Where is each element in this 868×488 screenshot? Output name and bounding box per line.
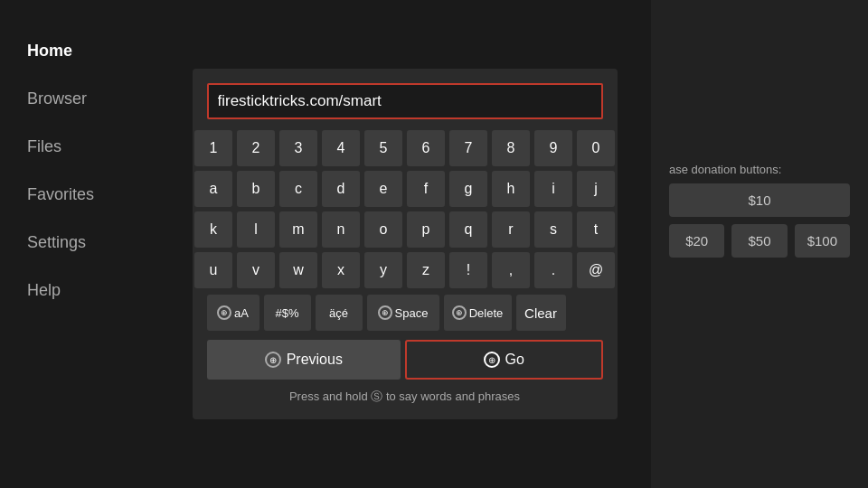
keyboard: 1 2 3 4 5 6 7 8 9 0 a b c d e f g h [207,130,603,380]
key-w[interactable]: w [279,252,317,288]
key-comma[interactable]: , [492,252,530,288]
special-row: ⊕ aA #$% äçé ⊕ Space ⊕ Delete Clear [207,295,603,331]
right-panel: ase donation buttons: $10 $20 $50 $100 [651,0,868,488]
number-row: 1 2 3 4 5 6 7 8 9 0 [207,130,603,166]
row-kt: k l m n o p q r s t [207,211,603,248]
key-g[interactable]: g [449,171,487,207]
key-caps[interactable]: ⊕ aA [207,295,259,331]
key-5[interactable]: 5 [364,130,402,166]
key-exclaim[interactable]: ! [449,252,487,288]
key-a[interactable]: a [194,171,232,207]
key-y[interactable]: y [364,252,402,288]
sidebar-item-files[interactable]: Files [0,123,158,171]
sidebar-item-settings[interactable]: Settings [0,219,158,267]
url-input[interactable] [207,83,603,119]
row-aj: a b c d e f g h i j [207,171,603,207]
key-d[interactable]: d [322,171,360,207]
amount-100[interactable]: $100 [795,224,850,258]
amount-20[interactable]: $20 [669,224,724,258]
key-j[interactable]: j [577,171,615,207]
key-6[interactable]: 6 [407,130,445,166]
key-s[interactable]: s [534,211,572,248]
url-input-container [207,83,603,119]
nav-row: ⊕ Previous ⊕ Go [207,340,603,380]
key-v[interactable]: v [237,252,275,288]
previous-button[interactable]: ⊕ Previous [207,340,401,380]
key-8[interactable]: 8 [492,130,530,166]
key-n[interactable]: n [322,211,360,248]
donation-row-2: $20 $50 $100 [669,224,850,258]
key-9[interactable]: 9 [534,130,572,166]
key-m[interactable]: m [279,211,317,248]
go-button[interactable]: ⊕ Go [405,340,603,380]
key-2[interactable]: 2 [237,130,275,166]
key-1[interactable]: 1 [194,130,232,166]
donation-row-1: $10 [669,183,850,217]
sidebar-item-home[interactable]: Home [0,27,158,75]
key-p[interactable]: p [407,211,445,248]
key-z[interactable]: z [407,252,445,288]
key-3[interactable]: 3 [279,130,317,166]
key-ace[interactable]: äçé [316,295,363,331]
amount-10[interactable]: $10 [669,183,850,217]
key-7[interactable]: 7 [449,130,487,166]
key-e[interactable]: e [364,171,402,207]
key-period[interactable]: . [534,252,572,288]
row-u-at: u v w x y z ! , . @ [207,252,603,288]
key-clear[interactable]: Clear [516,295,566,331]
keyboard-dialog: 1 2 3 4 5 6 7 8 9 0 a b c d e f g h [193,69,618,419]
key-t[interactable]: t [577,211,615,248]
amount-50[interactable]: $50 [731,224,787,258]
key-at[interactable]: @ [577,252,615,288]
sidebar-item-browser[interactable]: Browser [0,75,158,123]
key-c[interactable]: c [279,171,317,207]
key-u[interactable]: u [194,252,232,288]
key-k[interactable]: k [194,211,232,248]
sidebar-item-help[interactable]: Help [0,267,158,314]
key-r[interactable]: r [492,211,530,248]
donation-hint: ase donation buttons: [669,163,850,176]
key-0[interactable]: 0 [577,130,615,166]
key-b[interactable]: b [237,171,275,207]
key-f[interactable]: f [407,171,445,207]
keyboard-overlay: 1 2 3 4 5 6 7 8 9 0 a b c d e f g h [158,0,651,488]
key-q[interactable]: q [449,211,487,248]
key-o[interactable]: o [364,211,402,248]
sidebar: Home Browser Files Favorites Settings He… [0,0,158,488]
key-h[interactable]: h [492,171,530,207]
voice-hint: Press and hold Ⓢ to say words and phrase… [207,389,603,405]
key-hash[interactable]: #$% [264,295,311,331]
key-delete[interactable]: ⊕ Delete [444,295,512,331]
key-i[interactable]: i [534,171,572,207]
sidebar-item-favorites[interactable]: Favorites [0,171,158,219]
key-l[interactable]: l [237,211,275,248]
key-space[interactable]: ⊕ Space [367,295,439,331]
key-4[interactable]: 4 [322,130,360,166]
key-x[interactable]: x [322,252,360,288]
